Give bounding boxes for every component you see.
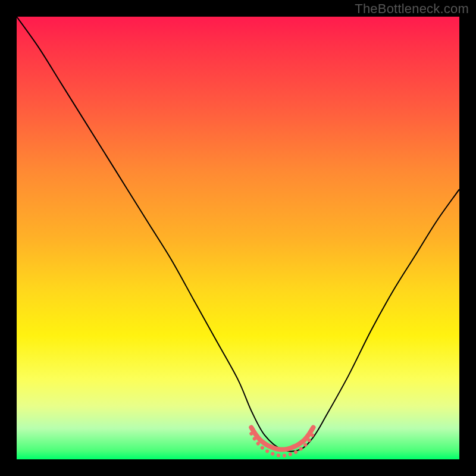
chart-svg [17,17,459,459]
bottleneck-curve-path [17,17,459,451]
watermark-text: TheBottleneck.com [355,1,469,17]
chart-area [17,17,459,459]
sweet-spot-band-path [251,427,313,449]
